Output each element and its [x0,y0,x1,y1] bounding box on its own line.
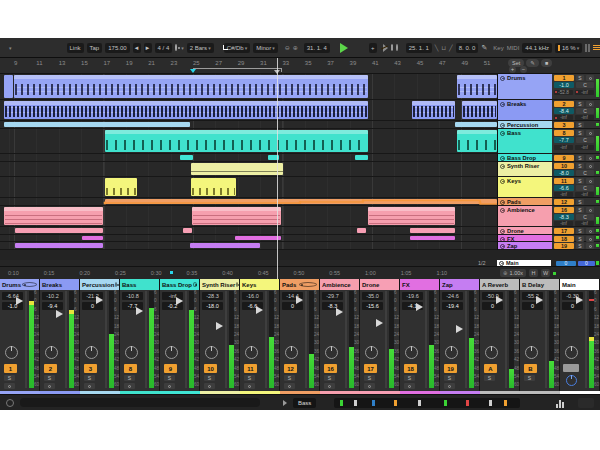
automation-envelope-line[interactable] [0,198,497,206]
track-number-button[interactable]: 8 [554,130,574,136]
send-field[interactable]: -inf [575,145,594,150]
nudge-down-button[interactable]: ◄ [133,43,141,53]
solo-button[interactable]: S [576,130,584,136]
mixer-strip-header[interactable]: Drone [360,279,399,290]
fx-clip[interactable] [82,236,103,240]
track-activator-icon[interactable] [500,237,505,242]
mixer-strip-header[interactable]: Zap [440,279,479,290]
fader-handle[interactable] [576,296,583,304]
peak-level-field[interactable]: -19.6 [402,292,423,300]
track-header-ambience[interactable]: Ambience16S-8.3C-inf-inf [498,206,600,227]
metronome-caret-icon[interactable]: ▾ [181,45,184,51]
track-activator-icon[interactable] [500,179,505,184]
mixer-strip-header[interactable]: Drums [0,279,39,290]
mini-mixer-icon[interactable] [593,45,600,50]
pan-knob[interactable] [325,346,338,359]
solo-button[interactable]: S [484,375,495,381]
track-name-block[interactable]: Drone [498,227,552,234]
mixer-strip-header[interactable]: Bass Drop [160,279,199,290]
midi-map-button[interactable]: MIDI [507,45,520,51]
loop-brace[interactable] [193,68,282,72]
track-number-button[interactable]: 10 [204,364,217,373]
fader-handle[interactable] [416,303,423,311]
pan-knob[interactable] [565,346,578,359]
pan-knob[interactable] [525,346,538,359]
volume-field[interactable]: -1.0 [554,82,574,88]
solo-button[interactable]: S [576,155,584,161]
fader-handle[interactable] [536,296,543,304]
solo-button[interactable]: S [576,199,584,205]
metronome-icon[interactable] [175,44,177,51]
arm-button[interactable] [586,75,594,81]
send-field[interactable]: -inf [575,221,594,226]
peak-level-field[interactable]: -10.2 [42,292,63,300]
drone-clip[interactable] [15,228,103,233]
track-activator-icon[interactable] [500,200,505,205]
track-number-button[interactable]: 9 [164,364,177,373]
quantization-menu[interactable]: 2 Bars▾ [187,43,214,53]
arm-button[interactable] [586,130,594,136]
track-number-button[interactable]: B [524,364,537,373]
arm-button[interactable] [204,383,215,389]
mixer-strip-header[interactable]: B Delay [520,279,559,290]
solo-button[interactable]: S [4,375,15,381]
track-lane-synth-riser[interactable] [0,162,497,177]
arm-button[interactable] [44,383,55,389]
pan-knob[interactable] [125,346,138,359]
pan-knob[interactable] [405,346,418,359]
peak-level-field[interactable]: -16.0 [242,292,263,300]
solo-button[interactable]: S [576,243,584,249]
track-number-button[interactable]: A [484,364,497,373]
solo-button[interactable]: S [284,375,295,381]
bass-clip[interactable] [105,130,368,152]
solo-button[interactable]: S [576,178,584,184]
track-activator-icon[interactable] [500,123,505,128]
track-number-button[interactable]: 2 [44,364,57,373]
synth-riser-clip[interactable] [191,163,283,175]
fader-handle[interactable] [216,322,223,330]
peak-level-field[interactable]: -35.0 [362,292,383,300]
ambience-clip[interactable] [192,207,281,225]
track-header-drums[interactable]: Drums1S-1.0C-52.8-inf [498,74,600,100]
track-name-block[interactable]: Percussion [498,121,552,128]
track-activator-icon[interactable] [500,156,505,161]
fader-value-field[interactable]: -9.4 [42,302,63,310]
fader-value-field[interactable]: -15.6 [362,302,383,310]
track-name-block[interactable]: Keys [498,177,552,197]
send-field[interactable]: -inf [575,90,594,95]
mixer-strip-header[interactable]: Percussion [80,279,119,290]
arm-button[interactable] [586,101,594,107]
volume-field[interactable]: -8.3 [554,214,574,220]
solo-button[interactable]: S [244,375,255,381]
bass-clip[interactable] [457,130,497,152]
solo-button[interactable]: S [324,375,335,381]
bar-ruler[interactable]: Set ✎ ■ + − 9111315171921232527293133353… [0,58,600,74]
pan-field[interactable]: C [576,170,594,176]
ambience-clip[interactable] [368,207,455,225]
arm-button[interactable] [586,155,594,161]
track-number-button[interactable]: 2 [554,101,574,107]
solo-button[interactable]: S [524,375,535,381]
solo-button[interactable]: S [576,101,584,107]
track-lane-zap[interactable] [0,242,497,250]
track-number-button[interactable]: 11 [244,364,257,373]
fx-clip[interactable] [235,236,281,240]
track-name-block[interactable]: Ambience [498,206,552,226]
track-name-block[interactable]: Zap [498,242,552,249]
volume-field[interactable]: -7.7 [554,137,574,143]
pan-field[interactable]: C [576,214,594,220]
track-number-button[interactable]: 1 [554,75,574,81]
nudge-up-button[interactable]: ► [144,43,152,53]
track-number-button[interactable]: 11 [554,178,574,184]
solo-button[interactable]: S [444,375,455,381]
pan-field[interactable]: C [576,82,594,88]
track-header-drone[interactable]: Drone17S [498,227,600,235]
track-number-button[interactable]: 16 [324,364,337,373]
zap-clip[interactable] [190,243,260,248]
track-header-zap[interactable]: Zap19S [498,242,600,250]
track-header-keys[interactable]: Keys11S-6.6C-inf-inf [498,177,600,198]
send-field[interactable]: -inf [554,221,573,226]
percussion-clip[interactable] [4,122,190,127]
volume-field[interactable]: -8.4 [554,108,574,114]
track-header-pads[interactable]: Pads12S [498,198,600,206]
